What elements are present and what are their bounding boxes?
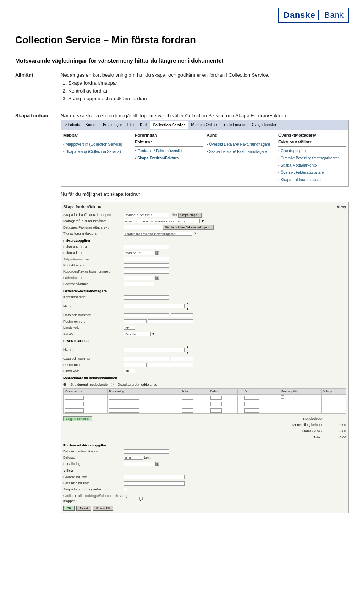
col-belopp: Belopp [321,388,346,394]
postnr-input[interactable] [124,319,147,323]
cell-antal[interactable] [180,394,209,401]
fakturanummer-input[interactable] [124,245,169,249]
ort-input[interactable] [148,319,193,323]
gata-input2[interactable] [171,313,193,317]
menu-item-startsida[interactable]: Startsida [63,121,83,129]
cell-momspliktig[interactable] [279,401,321,407]
forfallodatum-input[interactable] [124,462,154,466]
menu-item-kort[interactable]: Kort [137,121,149,129]
typ-label: Typ av fordran/faktura: [63,231,124,236]
avbryt-button[interactable]: Avbryt [76,506,92,511]
menu-item-markets[interactable]: Markets Online [188,121,219,129]
calendar-icon-2[interactable]: ▦ [155,276,159,280]
leverans-landskod-input[interactable]: SE [124,369,135,373]
cell-varunummer[interactable] [64,407,108,414]
add-rows-button[interactable]: Lägg till fler rader [63,416,92,421]
menu-dropdown: Mappar Mappöversikt (Collection Service)… [61,130,348,186]
menu-item-skapa-fakturautst[interactable]: Skapa Fakturautställare [278,177,346,183]
menu-item-skapa-mottagarkonto[interactable]: Skapa Mottagarkonto [278,162,346,169]
typ-controls: Faktura med svenskt inbetalningskort ▼ [124,231,197,236]
godkann-checkbox[interactable]: ✓ [139,497,143,500]
cell-pris[interactable] [243,407,279,414]
leverans-namn-input[interactable] [124,348,185,352]
orderdatum-label: Orderdatum: [63,275,124,281]
koporder-input[interactable] [124,270,169,274]
menu-item-filer[interactable]: Filer [125,121,137,129]
menu-item-collection[interactable]: Collection Service [150,121,189,129]
betalningsid-input[interactable] [124,449,169,454]
menu-item-mappöversikt[interactable]: Mappöversikt (Collection Service) [63,142,131,148]
totals: Nettobelopp Momspliktig belopp 0,00 Moms… [278,415,346,441]
landskod-input[interactable]: SE [124,326,135,330]
fakturadatum-value[interactable]: 2013-06-13 [124,251,154,255]
cell-beteckning[interactable] [108,401,175,407]
moms-label: Moms (25%) [278,429,323,434]
gata-label: Gata och nummer [63,312,124,318]
table-row [64,407,346,414]
leverans-namn-controls: ▲▼ [124,344,189,355]
cell-antal[interactable] [180,407,209,414]
cell-varunummer[interactable] [64,394,108,401]
kontaktperson2-input[interactable] [124,295,169,300]
leverans-gata-input2[interactable] [171,357,193,361]
cell-varunummer[interactable] [64,401,108,407]
folder-value[interactable]: 20190613-061133-2 [124,213,169,217]
saljorder-input[interactable] [124,257,169,261]
menu-item-oversikt-fakturautst[interactable]: Översikt Fakturautställare [278,170,346,176]
menu-item-skapa-mapp[interactable]: Skapa Mapp (Collection Service) [63,149,131,155]
leveransvillkor-input[interactable] [124,475,185,479]
belopp-input[interactable]: 0,00 [124,456,143,460]
menu-item-trade[interactable]: Trade Finance [220,121,249,129]
menu-item-fordrans-oversikt[interactable]: Fordrans-/ Fakturaöversikt [135,148,203,154]
cell-momspliktig[interactable] [279,407,321,414]
leverans-postnr-input[interactable] [124,363,147,367]
sprak-value[interactable]: Svenska [124,332,151,336]
mottagare-value[interactable]: 023654 TC CREDITORNAME CSPB-023654 [124,219,200,223]
momspliktigt-label: Momspliktig belopp [278,422,323,427]
ok-button[interactable]: OK [63,506,75,511]
orderdatum-input[interactable] [124,276,154,280]
allman-label: Allmänt [15,71,53,103]
hamta-betalare-button[interactable]: Hämta betalare/fakturamottagare... [163,225,214,230]
typ-value[interactable]: Faktura med svenskt inbetalningskort [124,232,192,236]
menu-item-betalningar[interactable]: Betalningar [100,121,125,129]
skapa-mapp-button[interactable]: Skapa mapp... [178,213,202,218]
menu-item-oversikt-betalningsmottagare[interactable]: Översikt Betalningsmottagarkonton [278,155,346,161]
betalare-controls: Hämta betalare/fakturamottagare... [124,225,214,230]
menu-item-grunduppgifter[interactable]: Grunduppgifter [278,148,346,154]
menu-item-oversikt-betalare[interactable]: Översikt Betalare/ Fakturamottagare [207,142,275,148]
leveransdatum-input[interactable] [124,282,154,286]
kontaktperson-label: Kontaktperson: [63,263,124,268]
cell-enhet[interactable] [209,394,238,401]
menu-item-konton[interactable]: Konton [83,121,100,129]
leverans-gata-input1[interactable] [124,357,169,361]
rensa-button[interactable]: Rensa fält [93,506,113,511]
cell-momspliktig[interactable] [279,394,321,401]
cell-enhet[interactable] [209,407,238,414]
calendar-icon[interactable]: ▦ [155,251,159,255]
betalningsvillkor-input[interactable] [124,481,185,486]
menu-item-ovriga[interactable]: Övriga tjänster [249,121,279,129]
betalare-input[interactable] [124,225,162,229]
calendar-icon-3[interactable]: ▦ [155,462,159,466]
cell-antal[interactable] [180,401,209,407]
radio-strukturerat[interactable] [63,383,66,386]
saljorder-label: Säljordernummer: [63,257,124,262]
kontaktperson-input[interactable] [124,263,169,268]
skapa-fler-checkbox[interactable] [124,488,127,491]
kontaktperson2-row: Kontaktperson: [63,295,346,300]
cell-pris[interactable] [243,401,279,407]
orderdatum-controls: ▦ [124,276,159,280]
radio-ostrukturerat[interactable] [111,383,114,386]
menu-item-skapa-betalare[interactable]: Skapa Betalare/ Fakturamottagare [207,149,275,155]
namn-input[interactable] [124,304,185,308]
cell-beteckning[interactable] [108,394,175,401]
gata-input1[interactable] [124,313,169,317]
cell-enhet[interactable] [209,401,238,407]
col-antal: Antal [180,388,209,394]
menu-item-skapa-fordran[interactable]: Skapa Fordran/Faktura [135,155,203,161]
cell-beteckning[interactable] [108,407,175,414]
cell-pris[interactable] [243,394,279,401]
step-2: Kontroll av fordran [68,87,349,95]
leverans-ort-input[interactable] [148,363,193,367]
